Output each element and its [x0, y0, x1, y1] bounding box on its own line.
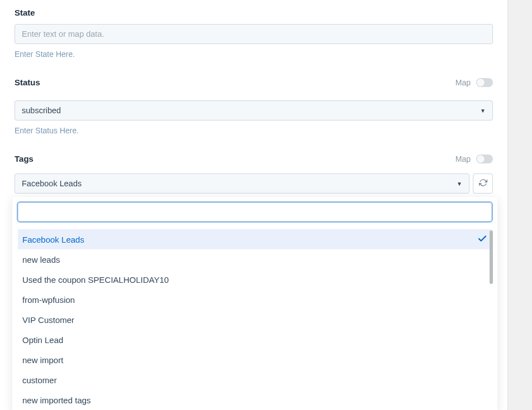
tags-option-customer[interactable]: customer	[18, 370, 492, 390]
status-select-wrap: subscribed ▼	[15, 100, 493, 120]
status-label-row: Status Map	[15, 78, 493, 87]
status-map-toggle[interactable]	[476, 78, 493, 87]
option-label: customer	[22, 375, 57, 385]
field-status: Status Map subscribed ▼ Enter Status Her…	[15, 78, 493, 135]
option-label: Facebook Leads	[22, 235, 84, 244]
state-helper: Enter State Here.	[15, 50, 493, 59]
option-label: new leads	[22, 255, 60, 264]
scrollbar[interactable]	[490, 230, 493, 284]
tags-map-toggle[interactable]	[476, 155, 493, 163]
field-tags: Tags Map Facebook Leads ▼	[15, 154, 493, 410]
tags-option-vip-customer[interactable]: VIP Customer	[18, 310, 492, 330]
option-label: new import	[22, 355, 63, 365]
tags-refresh-button[interactable]	[473, 173, 493, 194]
option-label: VIP Customer	[22, 315, 74, 325]
status-map-text: Map	[456, 78, 471, 87]
state-label: State	[15, 8, 493, 17]
tags-search-input[interactable]	[18, 202, 492, 221]
tags-select[interactable]: Facebook Leads ▼	[15, 173, 469, 194]
tags-dropdown: Facebook Leads new leads Used the coupon…	[12, 197, 497, 410]
caret-down-icon: ▼	[457, 181, 462, 187]
tags-label-row: Tags Map	[15, 154, 493, 163]
status-select[interactable]: subscribed ▼	[15, 100, 493, 120]
tags-option-coupon[interactable]: Used the coupon SPECIALHOLIDAY10	[18, 269, 492, 290]
status-selected-value: subscribed	[22, 106, 61, 115]
state-input[interactable]	[15, 24, 493, 44]
refresh-icon	[479, 179, 487, 189]
tags-select-wrap: Facebook Leads ▼	[15, 173, 493, 194]
status-map-wrap: Map	[456, 78, 493, 87]
field-state: State Enter State Here.	[15, 8, 493, 59]
tags-option-optin-lead[interactable]: Optin Lead	[18, 330, 492, 350]
tags-option-from-wpfusion[interactable]: from-wpfusion	[18, 290, 492, 310]
option-label: Optin Lead	[22, 335, 63, 345]
status-label: Status	[15, 78, 40, 87]
tags-label: Tags	[15, 154, 33, 163]
option-label: Used the coupon SPECIALHOLIDAY10	[22, 275, 169, 284]
tags-options-list: Facebook Leads new leads Used the coupon…	[18, 229, 492, 410]
check-icon	[477, 234, 487, 245]
tags-option-new-import[interactable]: new import	[18, 350, 492, 370]
status-helper: Enter Status Here.	[15, 126, 493, 135]
caret-down-icon: ▼	[480, 108, 486, 114]
tags-option-new-leads[interactable]: new leads	[18, 249, 492, 269]
option-label: new imported tags	[22, 395, 91, 405]
tags-map-wrap: Map	[456, 155, 493, 163]
option-label: from-wpfusion	[22, 295, 75, 305]
tags-map-text: Map	[456, 155, 471, 163]
tags-selected-value: Facebook Leads	[22, 179, 82, 188]
tags-option-new-imported-tags[interactable]: new imported tags	[18, 390, 492, 410]
tags-option-facebook-leads[interactable]: Facebook Leads	[18, 229, 492, 249]
